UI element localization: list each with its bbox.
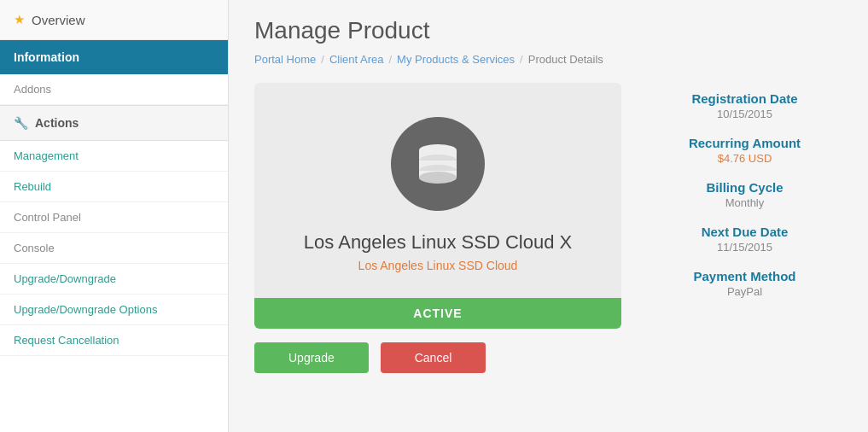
product-sub-name: Los Angeles Linux SSD Cloud — [358, 259, 518, 272]
info-row-billing: Billing Cycle Monthly — [647, 180, 842, 209]
database-icon — [412, 138, 463, 190]
product-card: Los Angeles Linux SSD Cloud X Los Angele… — [254, 83, 621, 329]
info-label-billing: Billing Cycle — [647, 180, 842, 195]
breadcrumb-current: Product Details — [528, 53, 603, 66]
info-label-recurring: Recurring Amount — [647, 136, 842, 150]
star-icon: ★ — [14, 12, 25, 27]
sidebar-section-actions: 🔧 Actions — [0, 105, 228, 141]
sidebar-item-addons[interactable]: Addons — [0, 74, 228, 105]
svg-point-6 — [419, 172, 457, 184]
info-label-payment: Payment Method — [647, 269, 842, 283]
action-buttons: Upgrade Cancel — [254, 342, 621, 373]
sidebar-item-console[interactable]: Console — [0, 233, 228, 264]
overview-label: Overview — [32, 13, 85, 27]
product-name: Los Angeles Linux SSD Cloud X — [304, 231, 572, 254]
info-value-registration: 10/15/2015 — [647, 108, 842, 120]
sidebar-item-request-cancellation[interactable]: Request Cancellation — [0, 325, 228, 356]
cancel-button[interactable]: Cancel — [381, 342, 486, 373]
sidebar-section-information[interactable]: Information — [0, 40, 228, 74]
breadcrumb-sep-3: / — [520, 53, 523, 66]
breadcrumb-sep-2: / — [388, 53, 392, 66]
breadcrumb-portal-home[interactable]: Portal Home — [254, 53, 316, 66]
product-card-wrapper: Los Angeles Linux SSD Cloud X Los Angele… — [254, 83, 621, 373]
addons-label: Addons — [14, 83, 51, 96]
info-value-payment: PayPal — [647, 285, 842, 298]
info-value-next-due: 11/15/2015 — [647, 241, 842, 254]
product-status: ACTIVE — [254, 298, 621, 329]
info-label-next-due: Next Due Date — [647, 225, 842, 239]
information-label: Information — [14, 50, 79, 64]
sidebar-item-upgrade-downgrade[interactable]: Upgrade/Downgrade — [0, 264, 228, 295]
wrench-icon: 🔧 — [14, 116, 28, 130]
info-row-recurring: Recurring Amount $4.76 USD — [647, 136, 842, 165]
database-icon-circle — [391, 117, 485, 211]
breadcrumb-client-area[interactable]: Client Area — [329, 53, 384, 66]
info-row-next-due: Next Due Date 11/15/2015 — [647, 225, 842, 254]
info-label-registration: Registration Date — [647, 91, 842, 106]
info-value-billing: Monthly — [647, 196, 842, 209]
content-area: Los Angeles Linux SSD Cloud X Los Angele… — [254, 83, 842, 373]
sidebar-item-upgrade-downgrade-options[interactable]: Upgrade/Downgrade Options — [0, 295, 228, 325]
sidebar-item-management[interactable]: Management — [0, 141, 228, 172]
sidebar-item-rebuild[interactable]: Rebuild — [0, 172, 228, 202]
info-row-registration: Registration Date 10/15/2015 — [647, 91, 842, 120]
breadcrumb-sep-1: / — [321, 53, 324, 66]
sidebar-item-overview[interactable]: ★ Overview — [0, 0, 228, 40]
sidebar-item-control-panel[interactable]: Control Panel — [0, 202, 228, 233]
main-content: Manage Product Portal Home / Client Area… — [229, 0, 868, 432]
info-row-payment: Payment Method PayPal — [647, 269, 842, 298]
actions-label: Actions — [35, 116, 79, 130]
info-panel: Registration Date 10/15/2015 Recurring A… — [647, 83, 842, 313]
breadcrumb-my-products[interactable]: My Products & Services — [397, 53, 515, 66]
breadcrumb: Portal Home / Client Area / My Products … — [254, 53, 842, 66]
product-card-body: Los Angeles Linux SSD Cloud X Los Angele… — [254, 83, 621, 298]
upgrade-button[interactable]: Upgrade — [254, 342, 369, 373]
info-value-recurring: $4.76 USD — [647, 152, 842, 165]
sidebar: ★ Overview Information Addons 🔧 Actions … — [0, 0, 229, 432]
page-title: Manage Product — [254, 17, 842, 44]
